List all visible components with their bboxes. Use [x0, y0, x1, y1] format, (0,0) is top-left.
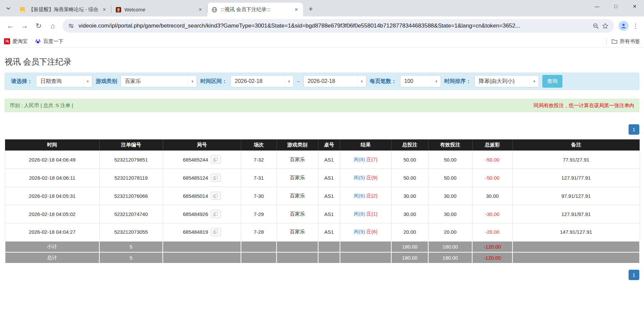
bookmark-star-icon[interactable]	[600, 21, 610, 31]
date-range-tilde: ~	[297, 79, 300, 84]
view-cards-button[interactable]	[211, 156, 221, 164]
cell-game-type: 百家乐	[277, 205, 318, 223]
tab-search-button[interactable]	[3, 3, 14, 14]
cell-result: 闲(5) 庄(9)	[340, 169, 391, 187]
profile-avatar[interactable]	[618, 21, 629, 31]
game-type-label: 游戏类别	[96, 78, 117, 85]
cell-valid-bet: 50.00	[428, 150, 472, 169]
page-size-select[interactable]: 100 ▼	[400, 75, 441, 87]
bookmarks-separator	[606, 38, 607, 45]
cell-total-bet[interactable]: 50.00	[391, 169, 428, 187]
subtotal-row: 小计 5 180.00 180.00 -120.00	[5, 241, 640, 252]
chevron-down-icon: ▼	[285, 76, 293, 87]
col-remark: 备注	[512, 139, 640, 150]
date-from-select[interactable]: 2026-02-18 ▼	[231, 75, 294, 87]
page-1-button[interactable]: 1	[629, 124, 639, 135]
page-size-label: 每页笔数：	[370, 78, 397, 85]
query-type-select[interactable]: 日期查询 ▼	[36, 75, 92, 87]
result-banker: 庄(6)	[366, 229, 378, 234]
result-banker: 庄(9)	[366, 175, 378, 180]
table-row: 2026-02-18 04:04:27 523212073055 6854848…	[5, 223, 640, 241]
cell-table-no: AS1	[318, 187, 340, 205]
cell-table-no: AS1	[318, 150, 340, 169]
tab-close-icon[interactable]: ✕	[101, 6, 108, 13]
cell-session: 7-31	[241, 169, 277, 187]
query-button[interactable]: 查询	[542, 75, 562, 88]
result-banker: 庄(7)	[366, 157, 378, 162]
page-1-button[interactable]: 1	[629, 270, 639, 280]
address-bar[interactable]: videoie.com/ipl/portal.php/game/betrecor…	[62, 19, 614, 33]
bookmark-baidu[interactable]: 百度一下	[35, 38, 63, 45]
total-count: 5	[99, 252, 163, 263]
chevron-down-icon: ▼	[357, 76, 366, 87]
cell-total-bet[interactable]: 30.00	[391, 187, 428, 205]
table-row: 2026-02-18 04:06:11 523212078119 6854851…	[5, 169, 640, 187]
site-info-icon[interactable]	[66, 21, 76, 31]
table-row: 2026-02-18 04:06:49 523212079851 6854852…	[5, 150, 640, 169]
game-type-select[interactable]: 百家乐 ▼	[120, 75, 197, 87]
view-cards-button[interactable]	[211, 174, 221, 182]
all-bookmarks-button[interactable]: 所有书签	[611, 38, 640, 45]
page-content: 视讯 会员下注纪录 请选择： 日期查询 ▼ 游戏类别 百家乐 ▼ 时间区间： 2…	[0, 56, 644, 280]
cell-total-bet[interactable]: 20.00	[391, 223, 428, 241]
minimize-button[interactable]: —	[588, 0, 606, 13]
bet-records-table: 时间 注单编号 局号 场次 游戏类别 桌号 结果 总投注 有效投注 总派彩 备注…	[5, 139, 640, 264]
cell-remark: 127.91/97.91	[512, 205, 640, 223]
url-text[interactable]: videoie.com/ipl/portal.php/game/betrecor…	[79, 23, 591, 29]
date-to-value: 2026-02-18	[304, 78, 357, 84]
cell-remark: 77.91/27.91	[512, 150, 640, 169]
tab-welcome[interactable]: Welcome ✕	[111, 3, 207, 16]
back-icon[interactable]: ←	[4, 20, 16, 32]
maximize-button[interactable]: □	[606, 0, 625, 13]
globe-favicon-icon	[211, 7, 217, 13]
cards-icon	[213, 158, 218, 162]
total-payout: -120.00	[472, 252, 512, 263]
col-time: 时间	[5, 139, 99, 150]
view-cards-button[interactable]	[211, 228, 221, 236]
cell-total-bet[interactable]: 50.00	[391, 150, 428, 169]
reload-icon[interactable]: ↻	[33, 20, 45, 32]
total-label: 总计	[5, 252, 99, 263]
view-cards-button[interactable]	[211, 192, 221, 200]
bookmark-label: 百度一下	[43, 38, 63, 45]
table-header-row: 时间 注单编号 局号 场次 游戏类别 桌号 结果 总投注 有效投注 总派彩 备注	[5, 139, 640, 150]
total-valid-bet: 180.00	[428, 252, 472, 263]
cards-icon	[213, 176, 218, 180]
subtotal-valid-bet: 180.00	[428, 241, 472, 252]
home-icon[interactable]: ⌂	[47, 20, 59, 32]
sort-select[interactable]: 降幂(由大到小) ▼	[475, 75, 539, 87]
cell-total-bet[interactable]: 30.00	[391, 205, 428, 223]
view-cards-button[interactable]	[211, 210, 221, 218]
tab-bet-record[interactable]: :::视讯 会员下注纪录::: ✕	[207, 3, 303, 16]
browser-toolbar: ← → ↻ ⌂ videoie.com/ipl/portal.php/game/…	[0, 16, 644, 35]
cell-game-type: 百家乐	[277, 187, 318, 205]
subtotal-total-bet: 180.00	[391, 241, 428, 252]
tab-title: 【新提醒】海燕策略论坛 - 综合	[29, 6, 99, 13]
pagination-bottom: 1	[5, 270, 639, 280]
tab-close-icon[interactable]: ✕	[293, 6, 300, 13]
col-round-no: 局号	[163, 139, 241, 150]
zoom-icon[interactable]	[591, 21, 600, 31]
browser-menu-icon[interactable]: ⋮	[631, 21, 641, 31]
new-tab-button[interactable]: +	[306, 4, 316, 14]
forward-icon[interactable]: →	[18, 20, 31, 32]
round-no: 685484926	[183, 211, 208, 217]
yellow-doc-favicon-icon	[19, 7, 26, 13]
tab-forum[interactable]: 【新提醒】海燕策略论坛 - 综合 ✕	[15, 3, 111, 16]
summary-notice: 同局有效投注，统一计算在该局第一张注单内	[534, 102, 634, 109]
cell-table-no: AS1	[318, 223, 340, 241]
tab-close-icon[interactable]: ✕	[197, 6, 204, 13]
date-to-select[interactable]: 2026-02-18 ▼	[303, 75, 366, 87]
col-table-no: 桌号	[318, 139, 340, 150]
chevron-down-icon: ▼	[83, 76, 92, 87]
cell-table-no: AS1	[318, 169, 340, 187]
bookmark-aitaobao[interactable]: 淘 爱淘宝	[4, 38, 28, 45]
cell-game-type: 百家乐	[277, 169, 318, 187]
cell-payout: -50.00	[472, 169, 512, 187]
pagination-top: 1	[5, 124, 639, 135]
close-button[interactable]: ✕	[625, 0, 644, 13]
game-type-value: 百家乐	[121, 78, 188, 85]
table-row: 2026-02-18 04:05:02 523212074740 6854849…	[5, 205, 640, 223]
result-player: 闲(9)	[354, 229, 365, 234]
cards-icon	[213, 194, 218, 198]
